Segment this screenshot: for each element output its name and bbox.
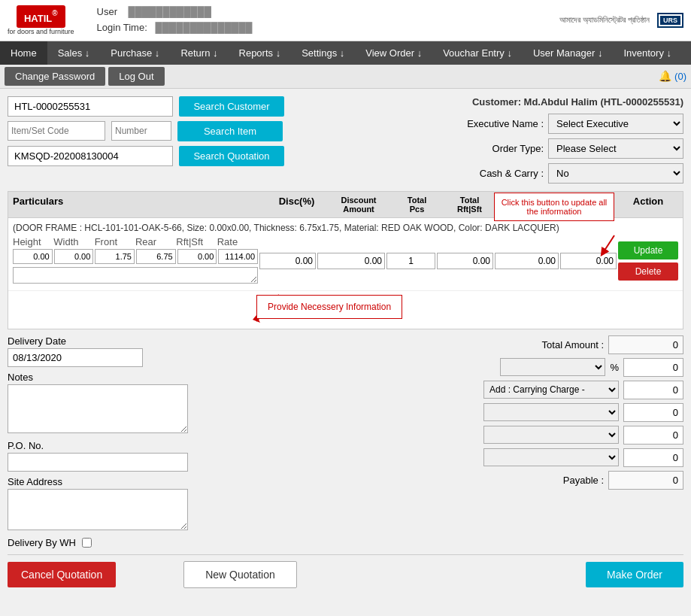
login-time: ██████████████ (156, 22, 253, 33)
total-rft-input[interactable] (437, 253, 493, 269)
item-code-input[interactable] (8, 121, 105, 141)
search-quotation-button[interactable]: Search Quotation (179, 146, 284, 166)
total-pcs-input[interactable] (386, 253, 435, 269)
col-action: Action (618, 196, 678, 214)
payable-label: Payable : (563, 475, 604, 486)
extra2-select[interactable] (483, 426, 619, 444)
update-button[interactable]: Update (618, 241, 678, 259)
discount-type-select[interactable] (500, 358, 605, 376)
cancel-quotation-button[interactable]: Cancel Quotation (8, 562, 116, 587)
delivery-date-label: Delivery Date (8, 335, 402, 347)
provide-info-annotation: Provide Necessery Information (256, 295, 402, 319)
quotation-code-input[interactable] (8, 146, 173, 166)
discount-percent-value[interactable] (623, 358, 683, 377)
delete-button[interactable]: Delete (618, 262, 678, 281)
dim-rft-input[interactable] (177, 249, 217, 264)
logo-tagline: for doors and furniture (8, 28, 74, 35)
delivery-wh-label: Delivery By WH (8, 537, 76, 548)
delivery-date-input[interactable] (8, 348, 143, 367)
click-update-annotation: Click this button to update all the info… (494, 193, 614, 221)
dim-rate-input[interactable] (218, 249, 258, 264)
nav-purchase[interactable]: Purchase ↓ (100, 41, 170, 65)
dim-height-input[interactable] (13, 249, 53, 264)
carrying-charge-select[interactable]: Add : Carrying Charge - (483, 381, 619, 399)
nav-settings[interactable]: Settings ↓ (291, 41, 355, 65)
change-password-button[interactable]: Change Password (5, 67, 105, 86)
extra1-value[interactable] (623, 403, 683, 422)
notifications-bell[interactable]: 🔔 (0) (659, 70, 686, 82)
nav-return[interactable]: Return ↓ (170, 41, 228, 65)
user-label: User (97, 6, 117, 17)
total-amount-label: Total Amount : (542, 339, 604, 350)
dim-rft-label: Rft|Sft (176, 236, 217, 247)
svg-line-0 (603, 235, 614, 253)
col-discount-amt: DiscountAmount (325, 196, 392, 214)
nav-reports[interactable]: Reports ↓ (229, 41, 292, 65)
po-no-input[interactable] (8, 453, 188, 472)
login-label: Login Time: (97, 22, 147, 33)
site-address-textarea[interactable] (8, 489, 188, 530)
dim-front-input[interactable] (95, 249, 135, 264)
logout-button[interactable]: Log Out (108, 67, 164, 86)
dim-rear-label: Rear (135, 236, 176, 247)
dim-rate-label: Rate (217, 236, 258, 247)
customer-info-label: Customer: Md.Abdul Halim (HTL-0000255531… (413, 96, 683, 108)
item-description: (DOOR FRAME : HCL-101-101-OAK-5-66, Size… (13, 223, 678, 233)
percent-sign: % (610, 362, 619, 373)
dim-front-label: Front (95, 236, 135, 247)
executive-select[interactable]: Select Executive (548, 114, 683, 134)
extra3-value[interactable] (623, 448, 683, 467)
col-disc: Disc(%) (268, 196, 325, 214)
dim-height-label: Height (13, 236, 53, 247)
make-order-button[interactable]: Make Order (586, 562, 683, 587)
notes-textarea[interactable] (8, 384, 188, 433)
nav-home[interactable]: Home (0, 41, 47, 65)
site-address-label: Site Address (8, 476, 402, 487)
nav-user-manager[interactable]: User Manager ↓ (523, 41, 613, 65)
cash-carry-select[interactable]: No (548, 163, 683, 184)
registered-mark: ® (52, 8, 57, 17)
extra1-select[interactable] (483, 403, 619, 421)
col-particulars: Particulars (13, 196, 268, 214)
customer-code-input[interactable] (8, 96, 173, 117)
col-total-rft: TotalRft|Sft (441, 196, 498, 214)
item-notes-input[interactable] (13, 267, 258, 284)
search-item-button[interactable]: Search Item (177, 121, 283, 141)
rate-pcs-input[interactable] (495, 253, 559, 269)
col-total-pcs: TotalPcs (392, 196, 441, 214)
nav-view-order[interactable]: View Order ↓ (355, 41, 432, 65)
new-quotation-button[interactable]: New Quotation (183, 561, 297, 588)
nav-sales[interactable]: Sales ↓ (47, 41, 101, 65)
executive-name-label: Executive Name : (467, 118, 544, 129)
urs-badge: URS (660, 16, 680, 25)
bangla-header-text: আমাদের অ্যাডমিনিস্ট্রেটর প্রতিষ্ঠান (559, 15, 650, 25)
notes-label: Notes (8, 372, 402, 383)
dim-width-input[interactable] (54, 249, 94, 264)
nav-inventory[interactable]: Inventory ↓ (613, 41, 682, 65)
order-type-label: Order Type: (492, 143, 544, 154)
update-arrow-icon (599, 234, 622, 256)
delivery-wh-checkbox[interactable] (82, 538, 92, 548)
total-amount-value (608, 335, 683, 354)
nav-vouchar[interactable]: Vouchar Entry ↓ (432, 41, 523, 65)
dim-rear-input[interactable] (136, 249, 176, 264)
extra3-select[interactable] (483, 448, 619, 466)
search-customer-button[interactable]: Search Customer (179, 96, 284, 117)
order-type-select[interactable]: Please Select (548, 138, 683, 159)
user-value: ████████████ (128, 6, 211, 17)
notification-count: (0) (674, 71, 686, 82)
brand-name: HATIL (24, 13, 52, 24)
payable-value (608, 471, 683, 490)
disc-pct-input[interactable] (259, 253, 316, 269)
dim-width-label: Width (53, 236, 94, 247)
po-no-label: P.O. No. (8, 440, 402, 451)
item-number-input[interactable] (111, 121, 171, 141)
cash-carry-label: Cash & Carry : (480, 168, 544, 179)
extra2-value[interactable] (623, 426, 683, 445)
carrying-charge-value[interactable] (623, 381, 683, 399)
discount-amount-input[interactable] (317, 253, 385, 269)
